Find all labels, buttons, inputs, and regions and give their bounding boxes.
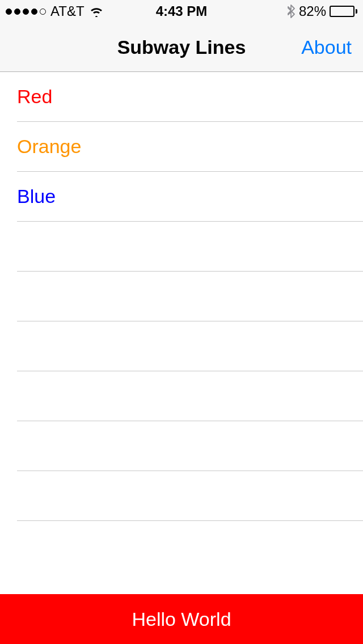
status-bar: AT&T 4:43 PM 82% xyxy=(0,0,363,23)
empty-row xyxy=(17,272,363,321)
about-button[interactable]: About xyxy=(301,36,352,58)
empty-row xyxy=(17,471,363,521)
subway-line-list[interactable]: RedOrangeBlue xyxy=(0,72,363,594)
empty-row xyxy=(17,321,363,371)
signal-strength-icon xyxy=(6,9,46,15)
clock-label: 4:43 PM xyxy=(156,3,208,19)
empty-row xyxy=(17,371,363,421)
page-title: Subway Lines xyxy=(117,36,246,58)
subway-line-name: Red xyxy=(17,86,52,108)
carrier-label: AT&T xyxy=(50,3,85,19)
footer-label: Hello World xyxy=(132,608,231,630)
battery-percent-label: 82% xyxy=(299,3,326,19)
wifi-icon xyxy=(89,6,104,17)
bluetooth-icon xyxy=(288,5,296,18)
subway-line-name: Orange xyxy=(17,135,81,158)
subway-line-row[interactable]: Orange xyxy=(17,122,363,172)
subway-line-row[interactable]: Red xyxy=(17,72,363,122)
subway-line-name: Blue xyxy=(17,185,56,207)
status-right: 82% xyxy=(288,3,357,19)
navigation-bar: Subway Lines About xyxy=(0,23,363,72)
empty-row xyxy=(17,421,363,471)
subway-line-row[interactable]: Blue xyxy=(17,172,363,222)
empty-row xyxy=(17,222,363,272)
status-left: AT&T xyxy=(6,3,104,19)
battery-icon xyxy=(330,6,357,17)
footer-banner: Hello World xyxy=(0,594,363,644)
